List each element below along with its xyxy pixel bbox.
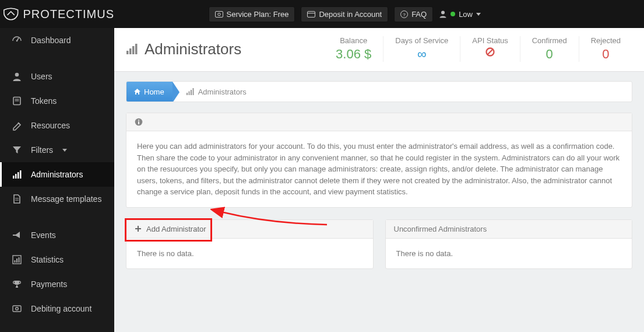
info-icon [135, 118, 143, 126]
svg-rect-0 [215, 11, 223, 17]
money-icon [10, 303, 24, 314]
card-icon [307, 11, 315, 18]
info-panel-header [126, 113, 632, 131]
breadcrumb-current: Administrators [186, 88, 247, 96]
sidebar-item-resources[interactable]: Resources [0, 113, 114, 138]
svg-rect-34 [192, 88, 193, 95]
svg-rect-15 [17, 172, 19, 179]
svg-rect-27 [132, 46, 135, 54]
svg-point-24 [16, 307, 19, 310]
sidebar-item-users[interactable]: Users [0, 64, 114, 89]
megaphone-icon [10, 230, 24, 240]
info-panel: Here you can add administrators for your… [126, 113, 632, 208]
svg-point-36 [138, 120, 139, 121]
page-header: Administrators Balance 3.06 $ Days of Se… [114, 28, 644, 72]
document-icon [10, 194, 24, 204]
caret-down-icon [62, 149, 67, 152]
filter-icon [10, 145, 24, 155]
logo[interactable]: PROTECTIMUS [0, 5, 114, 23]
sidebar-item-debiting[interactable]: Debiting account [0, 296, 114, 321]
sidebar: Dashboard Users Tokens Resources Filters… [0, 28, 114, 332]
sidebar-item-filters[interactable]: Filters [0, 138, 114, 162]
status-dot [451, 12, 455, 16]
sidebar-item-statistics[interactable]: Statistics [0, 247, 114, 272]
svg-rect-22 [19, 257, 20, 263]
svg-rect-33 [191, 90, 192, 95]
service-plan-button[interactable]: Service Plan: Free [209, 6, 295, 22]
stat-balance: Balance 3.06 $ [324, 36, 383, 62]
sidebar-item-payments[interactable]: Payments [0, 272, 114, 296]
bars-icon [186, 88, 195, 95]
brand-text: PROTECTIMUS [23, 8, 114, 21]
deposit-button[interactable]: Deposit in Account [301, 6, 388, 22]
topbar: PROTECTIMUS Service Plan: Free Deposit i… [0, 0, 644, 28]
svg-rect-11 [15, 99, 19, 102]
plus-icon [135, 225, 142, 232]
sidebar-item-message-templates[interactable]: Message templates [0, 187, 114, 211]
breadcrumb: Home Administrators [126, 81, 632, 102]
add-admin-button[interactable]: Add Administrator [126, 220, 373, 239]
bars-icon [10, 169, 24, 180]
svg-point-8 [16, 40, 18, 42]
sidebar-item-dashboard[interactable]: Dashboard [0, 28, 114, 53]
svg-rect-25 [126, 51, 129, 54]
breadcrumb-home[interactable]: Home [126, 82, 173, 102]
tokens-icon [10, 96, 24, 106]
brand-icon [2, 5, 19, 23]
svg-rect-37 [138, 121, 139, 124]
user-menu[interactable]: Low [439, 10, 481, 19]
dashboard-icon [10, 35, 24, 46]
svg-rect-21 [16, 258, 17, 263]
svg-point-6 [441, 11, 445, 15]
svg-rect-28 [135, 44, 138, 54]
stat-confirmed: Confirmed 0 [520, 36, 579, 62]
svg-rect-2 [308, 11, 315, 17]
users-icon [10, 71, 24, 82]
user-icon [439, 10, 447, 18]
unconfirmed-admin-body: There is no data. [386, 239, 632, 269]
money-icon [215, 11, 223, 18]
sidebar-item-administrators[interactable]: Administrators [0, 162, 114, 187]
svg-rect-14 [15, 174, 17, 179]
sidebar-item-tokens[interactable]: Tokens [0, 89, 114, 113]
topbar-actions: Service Plan: Free Deposit in Account ? … [209, 6, 645, 22]
bars-icon [126, 43, 139, 55]
info-text: Here you can add administrators for your… [126, 131, 632, 207]
chart-icon [10, 254, 24, 265]
content: Home Administrators Here you can add adm… [114, 72, 644, 290]
question-icon: ? [400, 11, 408, 18]
two-column-area: Add Administrator There is no data. Unco… [126, 219, 632, 281]
unconfirmed-admin-header: Unconfirmed Administrators [386, 220, 632, 239]
stat-api: API Status [460, 36, 519, 62]
trophy-icon [10, 279, 24, 289]
page-title: Administrators [126, 40, 241, 58]
svg-point-9 [15, 73, 19, 77]
add-admin-panel: Add Administrator There is no data. [126, 219, 374, 270]
caret-down-icon [476, 13, 481, 16]
svg-text:?: ? [403, 12, 406, 17]
svg-rect-26 [129, 48, 132, 54]
svg-rect-23 [13, 306, 21, 312]
svg-point-1 [217, 13, 220, 15]
svg-rect-20 [15, 260, 16, 263]
svg-rect-31 [186, 93, 188, 95]
main: Administrators Balance 3.06 $ Days of Se… [114, 28, 644, 332]
header-stats: Balance 3.06 $ Days of Service ∞ API Sta… [324, 36, 632, 62]
unconfirmed-admin-panel: Unconfirmed Administrators There is no d… [385, 219, 633, 270]
faq-button[interactable]: ? FAQ [394, 6, 433, 22]
stat-days: Days of Service ∞ [383, 36, 460, 62]
home-icon [133, 88, 141, 95]
svg-rect-16 [20, 170, 22, 179]
sidebar-item-events[interactable]: Events [0, 223, 114, 247]
svg-line-30 [488, 50, 493, 55]
infinity-icon: ∞ [395, 47, 448, 62]
ban-icon [472, 47, 508, 57]
svg-rect-32 [188, 92, 189, 96]
add-admin-body: There is no data. [126, 239, 373, 269]
resources-icon [10, 120, 24, 131]
svg-rect-13 [13, 176, 15, 179]
stat-rejected: Rejected 0 [579, 36, 632, 62]
